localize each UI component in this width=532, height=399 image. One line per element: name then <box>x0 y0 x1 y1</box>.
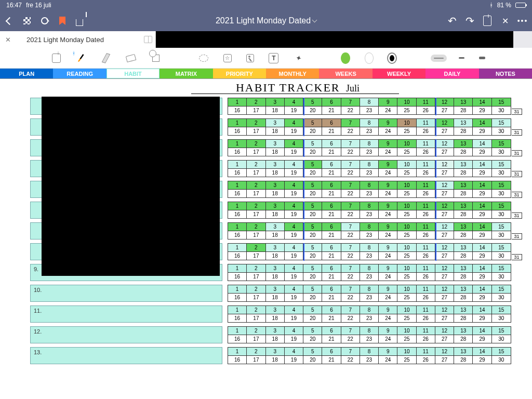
day-cell[interactable]: 10 <box>397 202 416 210</box>
doc-title-dropdown[interactable]: 2021 Light Monday Dated <box>216 16 316 25</box>
day-cell[interactable]: 24 <box>379 107 397 115</box>
day-cell[interactable]: 25 <box>397 190 416 198</box>
day-cell[interactable]: 10 <box>397 119 416 127</box>
day-cell[interactable]: 21 <box>322 356 341 364</box>
day-cell[interactable]: 17 <box>247 356 265 364</box>
day-cell[interactable]: 20 <box>303 231 322 240</box>
day-cell[interactable]: 27 <box>435 169 454 177</box>
day-cell[interactable]: 23 <box>360 127 379 136</box>
day-cell[interactable]: 19 <box>285 231 303 240</box>
day-cell[interactable]: 12 <box>435 306 454 314</box>
day-cell[interactable]: 11 <box>417 306 435 314</box>
day-cell[interactable]: 8 <box>360 223 379 231</box>
day-cell[interactable]: 6 <box>322 264 341 273</box>
day-cell[interactable]: 9 <box>379 181 397 190</box>
day-cell[interactable]: 24 <box>379 169 397 177</box>
day-cell[interactable]: 28 <box>454 107 473 115</box>
stroke-width-thin[interactable] <box>459 57 464 59</box>
day-cell[interactable]: 2 <box>247 181 265 190</box>
day-31-tag[interactable]: 31 <box>512 254 522 260</box>
day-cell[interactable]: 4 <box>285 223 303 231</box>
day-cell[interactable]: 20 <box>303 210 322 219</box>
day-cell[interactable]: 1 <box>228 140 247 148</box>
habit-day-grid[interactable]: 1234567891011121314151617181920212223242… <box>228 222 511 240</box>
day-cell[interactable]: 18 <box>266 169 285 177</box>
day-cell[interactable]: 14 <box>473 181 491 190</box>
day-cell[interactable]: 27 <box>435 127 454 136</box>
day-cell[interactable]: 25 <box>397 107 416 115</box>
day-cell[interactable]: 19 <box>285 314 303 323</box>
day-cell[interactable]: 25 <box>397 210 416 219</box>
day-cell[interactable]: 16 <box>228 107 247 115</box>
day-cell[interactable]: 21 <box>322 169 341 177</box>
day-cell[interactable]: 14 <box>473 119 491 127</box>
day-cell[interactable]: 2 <box>247 140 265 148</box>
day-cell[interactable]: 9 <box>379 119 397 127</box>
day-cell[interactable]: 25 <box>397 127 416 136</box>
day-cell[interactable]: 13 <box>454 327 473 335</box>
day-cell[interactable]: 23 <box>360 252 379 260</box>
day-cell[interactable]: 1 <box>228 244 247 252</box>
day-cell[interactable]: 5 <box>303 264 322 273</box>
day-cell[interactable]: 10 <box>397 306 416 314</box>
day-31-tag[interactable]: 31 <box>512 129 522 136</box>
day-cell[interactable]: 28 <box>454 273 473 281</box>
day-cell[interactable]: 8 <box>360 327 379 335</box>
day-cell[interactable]: 5 <box>303 327 322 335</box>
day-cell[interactable]: 12 <box>435 264 454 273</box>
day-cell[interactable]: 22 <box>341 252 360 260</box>
day-cell[interactable]: 18 <box>266 294 285 302</box>
day-cell[interactable]: 5 <box>303 306 322 314</box>
day-cell[interactable]: 7 <box>341 140 360 148</box>
day-cell[interactable]: 16 <box>228 190 247 198</box>
day-cell[interactable]: 12 <box>435 181 454 190</box>
day-cell[interactable]: 30 <box>492 231 511 240</box>
day-cell[interactable]: 19 <box>285 169 303 177</box>
day-cell[interactable]: 30 <box>492 314 511 323</box>
day-cell[interactable]: 7 <box>341 306 360 314</box>
day-cell[interactable]: 3 <box>266 327 285 335</box>
day-cell[interactable]: 27 <box>435 273 454 281</box>
day-cell[interactable]: 3 <box>266 98 285 107</box>
day-cell[interactable]: 22 <box>341 148 360 156</box>
tab-plan[interactable]: PLAN <box>0 69 53 78</box>
day-cell[interactable]: 10 <box>397 327 416 335</box>
day-cell[interactable]: 7 <box>341 348 360 356</box>
day-cell[interactable]: 21 <box>322 190 341 198</box>
color-swatch-green[interactable] <box>341 52 350 64</box>
day-cell[interactable]: 24 <box>379 294 397 302</box>
day-cell[interactable]: 18 <box>266 356 285 364</box>
day-cell[interactable]: 2 <box>247 327 265 335</box>
day-cell[interactable]: 9 <box>379 140 397 148</box>
habit-label[interactable]: 10. <box>30 285 222 302</box>
undo-icon[interactable] <box>447 16 457 26</box>
day-cell[interactable]: 10 <box>397 285 416 294</box>
day-cell[interactable]: 8 <box>360 306 379 314</box>
day-cell[interactable]: 4 <box>285 140 303 148</box>
day-cell[interactable]: 13 <box>454 285 473 294</box>
day-cell[interactable]: 5 <box>303 348 322 356</box>
day-31-tag[interactable]: 31 <box>512 150 522 156</box>
day-cell[interactable]: 23 <box>360 356 379 364</box>
day-cell[interactable]: 15 <box>492 98 511 107</box>
day-cell[interactable]: 9 <box>379 348 397 356</box>
day-cell[interactable]: 19 <box>285 190 303 198</box>
day-cell[interactable]: 13 <box>454 244 473 252</box>
habit-label[interactable]: 12. <box>30 326 222 343</box>
day-cell[interactable]: 23 <box>360 314 379 323</box>
day-cell[interactable]: 14 <box>473 285 491 294</box>
day-cell[interactable]: 22 <box>341 107 360 115</box>
day-cell[interactable]: 26 <box>417 210 435 219</box>
day-cell[interactable]: 17 <box>247 294 265 302</box>
day-cell[interactable]: 11 <box>417 140 435 148</box>
day-cell[interactable]: 18 <box>266 210 285 219</box>
day-cell[interactable]: 4 <box>285 327 303 335</box>
shapes-tool-icon[interactable] <box>151 51 161 65</box>
day-cell[interactable]: 29 <box>473 169 491 177</box>
day-cell[interactable]: 1 <box>228 327 247 335</box>
day-cell[interactable]: 20 <box>303 169 322 177</box>
day-cell[interactable]: 9 <box>379 202 397 210</box>
day-cell[interactable]: 10 <box>397 264 416 273</box>
day-cell[interactable]: 2 <box>247 161 265 169</box>
bookmark-icon[interactable] <box>57 16 68 26</box>
